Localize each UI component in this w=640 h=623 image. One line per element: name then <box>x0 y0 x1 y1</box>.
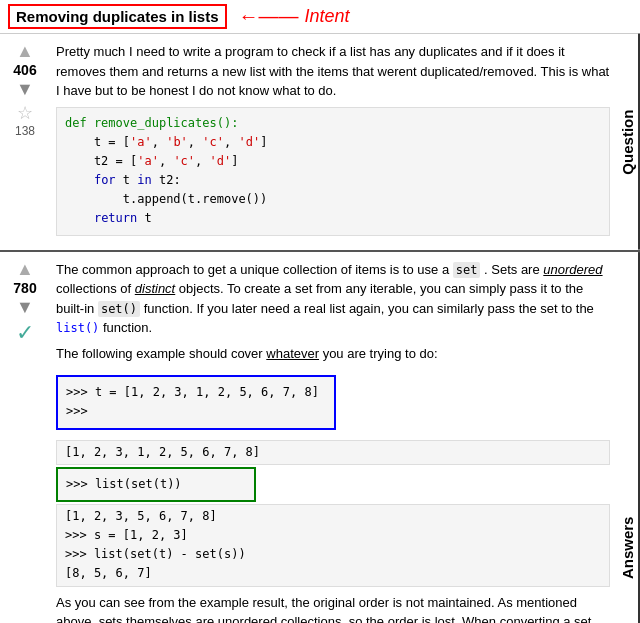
context1-code: >>> t = [1, 2, 3, 1, 2, 5, 6, 7, 8] >>> <box>56 375 336 429</box>
answer1-content: The common approach to get a unique coll… <box>50 252 616 623</box>
question-label: Question <box>616 34 640 250</box>
unordered-text: unordered <box>543 262 602 277</box>
favorite-star[interactable]: ☆ <box>17 102 33 124</box>
intent-label: Intent <box>305 6 350 27</box>
question-text: Pretty much I need to write a program to… <box>56 42 610 101</box>
answer1-vote-count: 780 <box>13 280 36 296</box>
set-func: set() <box>98 301 140 317</box>
snippet1-code: >>> list(set(t)) <box>56 467 256 502</box>
question-vote-count: 406 <box>13 62 36 78</box>
answers-section: ▲ 780 ▼ ✓ The common approach to get a u… <box>0 252 640 623</box>
answer1-downvote[interactable]: ▼ <box>16 298 34 316</box>
question-inner: ▲ 406 ▼ ☆ 138 Pretty much I need to writ… <box>0 34 616 250</box>
answer1-vote-col: ▲ 780 ▼ ✓ <box>0 252 50 623</box>
answers-label: Answers <box>616 252 640 623</box>
answer1-code-line1: [1, 2, 3, 1, 2, 5, 6, 7, 8] <box>56 440 610 465</box>
page-title: Removing duplicates in lists <box>8 4 227 29</box>
question-section: ▲ 406 ▼ ☆ 138 Pretty much I need to writ… <box>0 34 640 252</box>
intent-arrow: ←—— <box>239 5 299 28</box>
answer1-code-rest: [1, 2, 3, 5, 6, 7, 8] >>> s = [1, 2, 3] … <box>56 504 610 587</box>
question-code: def remove_duplicates(): t = ['a', 'b', … <box>56 107 610 236</box>
answer1-text1: The common approach to get a unique coll… <box>56 260 610 338</box>
snippet1-block: >>> list(set(t)) ◄ Snippet 1 <box>56 467 610 502</box>
set-inline: set <box>453 262 481 278</box>
list-func: list() <box>56 321 99 335</box>
question-content: Pretty much I need to write a program to… <box>50 34 616 250</box>
question-upvote[interactable]: ▲ <box>16 42 34 60</box>
page-container: Removing duplicates in lists ←—— Intent … <box>0 0 640 623</box>
question-body: ▲ 406 ▼ ☆ 138 Pretty much I need to writ… <box>0 34 616 250</box>
question-downvote[interactable]: ▼ <box>16 80 34 98</box>
answer1: ▲ 780 ▼ ✓ The common approach to get a u… <box>0 252 616 623</box>
accepted-check: ✓ <box>16 320 34 346</box>
code-annotation-block: >>> t = [1, 2, 3, 1, 2, 5, 6, 7, 8] >>> … <box>56 369 610 435</box>
answer1-upvote[interactable]: ▲ <box>16 260 34 278</box>
question-vote-col: ▲ 406 ▼ ☆ 138 <box>0 34 50 250</box>
answer1-text3: As you can see from the example result, … <box>56 593 610 623</box>
whatever-text: whatever <box>266 346 319 361</box>
distinct-text: distinct <box>135 281 175 296</box>
answers-body: ▲ 780 ▼ ✓ The common approach to get a u… <box>0 252 616 623</box>
answer1-text2: The following example should cover whate… <box>56 344 610 364</box>
header: Removing duplicates in lists ←—— Intent <box>0 0 640 34</box>
favorite-count: 138 <box>15 124 35 138</box>
